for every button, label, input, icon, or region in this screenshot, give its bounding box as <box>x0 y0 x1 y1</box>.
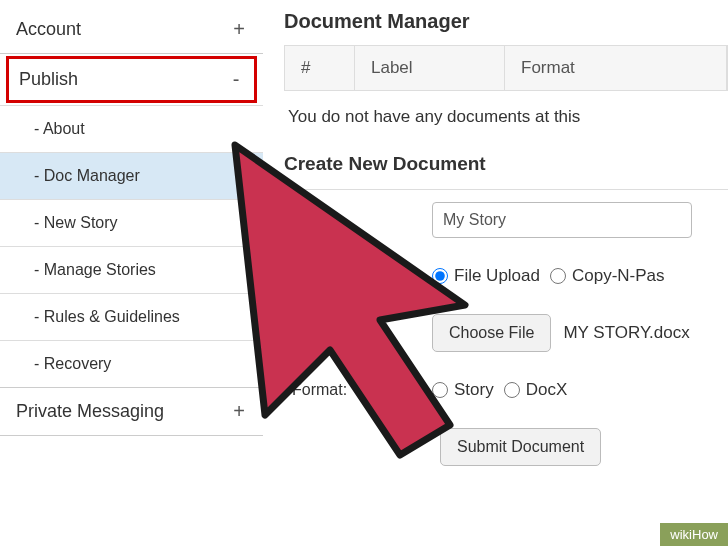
create-form: Label: File Upload Copy-N-Pas <box>284 189 728 466</box>
format-docx[interactable]: DocX <box>504 380 568 400</box>
sidebar-label: Publish <box>19 69 78 90</box>
sidebar-item-recovery[interactable]: - Recovery <box>0 340 263 387</box>
collapse-icon: - <box>228 68 244 91</box>
expand-icon: + <box>231 400 247 423</box>
documents-table-header: # Label Format <box>284 45 728 91</box>
radio-format-story[interactable] <box>432 382 448 398</box>
sidebar-item-doc-manager[interactable]: - Doc Manager <box>0 152 263 199</box>
label-input[interactable] <box>432 202 692 238</box>
page-title: Document Manager <box>284 10 728 33</box>
empty-message: You do not have any documents at this <box>284 91 728 143</box>
column-number: # <box>285 46 355 90</box>
sidebar-section-messaging[interactable]: Private Messaging + <box>0 388 263 435</box>
sidebar-item-about[interactable]: - About <box>0 105 263 152</box>
column-label: Label <box>355 46 505 90</box>
watermark: wikiHow <box>660 523 728 546</box>
radio-format-docx[interactable] <box>504 382 520 398</box>
radio-copy-paste[interactable] <box>550 268 566 284</box>
sidebar-item-rules[interactable]: - Rules & Guidelines <box>0 293 263 340</box>
expand-icon: + <box>231 18 247 41</box>
sidebar-label: Private Messaging <box>16 401 164 422</box>
method-copy-paste[interactable]: Copy-N-Pas <box>550 266 665 286</box>
method-file-upload[interactable]: File Upload <box>432 266 540 286</box>
main-content: Document Manager # Label Format You do n… <box>264 0 728 546</box>
publish-submenu: - About - Doc Manager - New Story - Mana… <box>0 105 263 387</box>
sidebar: Account + Publish - - About - Doc Manage… <box>0 0 264 546</box>
sidebar-label: Account <box>16 19 81 40</box>
selected-filename: MY STORY.docx <box>563 323 689 343</box>
sidebar-section-publish[interactable]: Publish - <box>6 56 257 103</box>
sidebar-item-new-story[interactable]: - New Story <box>0 199 263 246</box>
choose-file-button[interactable]: Choose File <box>432 314 551 352</box>
label-field-label: Label: <box>292 211 432 229</box>
submit-button[interactable]: Submit Document <box>440 428 601 466</box>
format-field-label: Format: <box>292 381 432 399</box>
sidebar-item-manage-stories[interactable]: - Manage Stories <box>0 246 263 293</box>
create-heading: Create New Document <box>284 153 728 175</box>
sidebar-section-account[interactable]: Account + <box>0 6 263 53</box>
radio-file-upload[interactable] <box>432 268 448 284</box>
column-format: Format <box>505 46 727 90</box>
format-story[interactable]: Story <box>432 380 494 400</box>
